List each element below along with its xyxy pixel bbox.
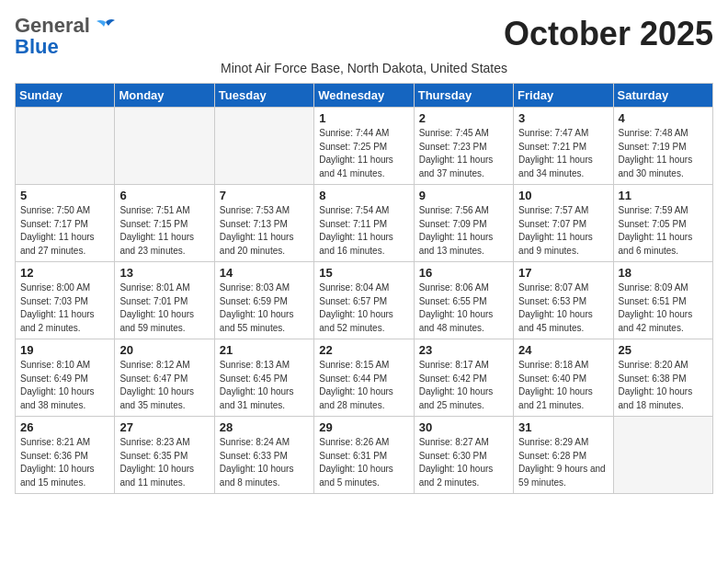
day-number: 16 bbox=[419, 266, 508, 280]
day-info: Sunrise: 8:13 AMSunset: 6:45 PMDaylight:… bbox=[220, 359, 309, 412]
day-info: Sunrise: 8:21 AMSunset: 6:36 PMDaylight:… bbox=[20, 436, 109, 489]
logo-general: General bbox=[15, 14, 90, 37]
day-number: 11 bbox=[619, 189, 708, 202]
calendar-cell: 10Sunrise: 7:57 AMSunset: 7:07 PMDayligh… bbox=[514, 185, 613, 262]
day-info: Sunrise: 7:45 AMSunset: 7:23 PMDaylight:… bbox=[419, 127, 508, 180]
day-number: 9 bbox=[419, 189, 508, 202]
calendar-cell: 8Sunrise: 7:54 AMSunset: 7:11 PMDaylight… bbox=[314, 185, 414, 262]
logo-bird-icon bbox=[96, 18, 116, 35]
day-info: Sunrise: 7:54 AMSunset: 7:11 PMDaylight:… bbox=[319, 204, 408, 258]
day-info: Sunrise: 8:09 AMSunset: 6:51 PMDaylight:… bbox=[619, 282, 708, 335]
calendar-cell bbox=[613, 417, 712, 494]
day-number: 25 bbox=[619, 343, 708, 357]
calendar-cell: 3Sunrise: 7:47 AMSunset: 7:21 PMDaylight… bbox=[514, 108, 613, 185]
day-info: Sunrise: 8:17 AMSunset: 6:42 PMDaylight:… bbox=[419, 359, 508, 412]
day-number: 8 bbox=[319, 189, 408, 202]
page-header: General Blue October 2025 bbox=[15, 15, 713, 57]
day-info: Sunrise: 8:23 AMSunset: 6:35 PMDaylight:… bbox=[119, 436, 209, 489]
calendar-cell: 26Sunrise: 8:21 AMSunset: 6:36 PMDayligh… bbox=[16, 417, 115, 494]
day-number: 2 bbox=[419, 111, 508, 125]
weekday-header: Monday bbox=[115, 84, 214, 108]
day-number: 30 bbox=[419, 420, 508, 434]
calendar-cell: 15Sunrise: 8:04 AMSunset: 6:57 PMDayligh… bbox=[314, 262, 414, 339]
month-title: October 2025 bbox=[504, 15, 713, 53]
calendar-cell: 9Sunrise: 7:56 AMSunset: 7:09 PMDaylight… bbox=[414, 185, 513, 262]
day-number: 3 bbox=[518, 111, 608, 125]
calendar-cell: 11Sunrise: 7:59 AMSunset: 7:05 PMDayligh… bbox=[613, 185, 712, 262]
calendar-table: SundayMondayTuesdayWednesdayThursdayFrid… bbox=[15, 83, 713, 494]
day-info: Sunrise: 8:01 AMSunset: 7:01 PMDaylight:… bbox=[119, 282, 209, 335]
calendar-cell: 31Sunrise: 8:29 AMSunset: 6:28 PMDayligh… bbox=[514, 417, 613, 494]
calendar-header-row: SundayMondayTuesdayWednesdayThursdayFrid… bbox=[16, 84, 713, 108]
calendar-cell: 7Sunrise: 7:53 AMSunset: 7:13 PMDaylight… bbox=[214, 185, 313, 262]
day-number: 18 bbox=[619, 266, 708, 280]
day-info: Sunrise: 7:47 AMSunset: 7:21 PMDaylight:… bbox=[518, 127, 608, 180]
day-number: 4 bbox=[619, 111, 708, 125]
calendar-week-row: 5Sunrise: 7:50 AMSunset: 7:17 PMDaylight… bbox=[16, 185, 713, 262]
day-info: Sunrise: 7:57 AMSunset: 7:07 PMDaylight:… bbox=[518, 204, 608, 258]
calendar-cell: 23Sunrise: 8:17 AMSunset: 6:42 PMDayligh… bbox=[414, 339, 513, 417]
calendar-cell bbox=[214, 108, 313, 185]
calendar-cell: 28Sunrise: 8:24 AMSunset: 6:33 PMDayligh… bbox=[214, 417, 313, 494]
calendar-cell: 27Sunrise: 8:23 AMSunset: 6:35 PMDayligh… bbox=[115, 417, 214, 494]
day-info: Sunrise: 7:56 AMSunset: 7:09 PMDaylight:… bbox=[419, 204, 508, 258]
subtitle: Minot Air Force Base, North Dakota, Unit… bbox=[15, 61, 713, 75]
calendar-cell: 29Sunrise: 8:26 AMSunset: 6:31 PMDayligh… bbox=[314, 417, 414, 494]
day-info: Sunrise: 8:15 AMSunset: 6:44 PMDaylight:… bbox=[319, 359, 408, 412]
day-number: 26 bbox=[20, 420, 109, 434]
day-info: Sunrise: 8:07 AMSunset: 6:53 PMDaylight:… bbox=[518, 282, 608, 335]
calendar-cell bbox=[115, 108, 214, 185]
day-info: Sunrise: 7:50 AMSunset: 7:17 PMDaylight:… bbox=[20, 204, 109, 258]
weekday-header: Friday bbox=[514, 84, 613, 108]
day-info: Sunrise: 7:59 AMSunset: 7:05 PMDaylight:… bbox=[619, 204, 708, 258]
day-info: Sunrise: 7:48 AMSunset: 7:19 PMDaylight:… bbox=[619, 127, 708, 180]
weekday-header: Tuesday bbox=[214, 84, 313, 108]
calendar-cell: 6Sunrise: 7:51 AMSunset: 7:15 PMDaylight… bbox=[115, 185, 214, 262]
calendar-cell: 13Sunrise: 8:01 AMSunset: 7:01 PMDayligh… bbox=[115, 262, 214, 339]
day-number: 23 bbox=[419, 343, 508, 357]
day-number: 24 bbox=[518, 343, 608, 357]
calendar-cell: 19Sunrise: 8:10 AMSunset: 6:49 PMDayligh… bbox=[16, 339, 115, 417]
day-info: Sunrise: 8:06 AMSunset: 6:55 PMDaylight:… bbox=[419, 282, 508, 335]
day-number: 12 bbox=[20, 266, 109, 280]
calendar-cell: 30Sunrise: 8:27 AMSunset: 6:30 PMDayligh… bbox=[414, 417, 513, 494]
day-info: Sunrise: 8:10 AMSunset: 6:49 PMDaylight:… bbox=[20, 359, 109, 412]
day-number: 17 bbox=[518, 266, 608, 280]
calendar-cell: 14Sunrise: 8:03 AMSunset: 6:59 PMDayligh… bbox=[214, 262, 313, 339]
calendar-cell: 21Sunrise: 8:13 AMSunset: 6:45 PMDayligh… bbox=[214, 339, 313, 417]
day-number: 20 bbox=[119, 343, 209, 357]
day-info: Sunrise: 7:53 AMSunset: 7:13 PMDaylight:… bbox=[220, 204, 309, 258]
calendar-cell bbox=[16, 108, 115, 185]
day-number: 13 bbox=[119, 266, 209, 280]
day-info: Sunrise: 8:26 AMSunset: 6:31 PMDaylight:… bbox=[319, 436, 408, 489]
logo: General Blue bbox=[15, 15, 116, 57]
day-number: 6 bbox=[119, 189, 209, 202]
calendar-week-row: 26Sunrise: 8:21 AMSunset: 6:36 PMDayligh… bbox=[16, 417, 713, 494]
calendar-cell: 18Sunrise: 8:09 AMSunset: 6:51 PMDayligh… bbox=[613, 262, 712, 339]
day-info: Sunrise: 8:24 AMSunset: 6:33 PMDaylight:… bbox=[220, 436, 309, 489]
calendar-cell: 25Sunrise: 8:20 AMSunset: 6:38 PMDayligh… bbox=[613, 339, 712, 417]
day-number: 5 bbox=[20, 189, 109, 202]
calendar-cell: 4Sunrise: 7:48 AMSunset: 7:19 PMDaylight… bbox=[613, 108, 712, 185]
calendar-cell: 5Sunrise: 7:50 AMSunset: 7:17 PMDaylight… bbox=[16, 185, 115, 262]
weekday-header: Wednesday bbox=[314, 84, 414, 108]
day-number: 1 bbox=[319, 111, 408, 125]
calendar-cell: 20Sunrise: 8:12 AMSunset: 6:47 PMDayligh… bbox=[115, 339, 214, 417]
day-number: 22 bbox=[319, 343, 408, 357]
calendar-cell: 1Sunrise: 7:44 AMSunset: 7:25 PMDaylight… bbox=[314, 108, 414, 185]
day-info: Sunrise: 8:27 AMSunset: 6:30 PMDaylight:… bbox=[419, 436, 508, 489]
day-info: Sunrise: 8:20 AMSunset: 6:38 PMDaylight:… bbox=[619, 359, 708, 412]
day-number: 19 bbox=[20, 343, 109, 357]
day-number: 27 bbox=[119, 420, 209, 434]
calendar-cell: 17Sunrise: 8:07 AMSunset: 6:53 PMDayligh… bbox=[514, 262, 613, 339]
day-info: Sunrise: 8:18 AMSunset: 6:40 PMDaylight:… bbox=[518, 359, 608, 412]
day-number: 10 bbox=[518, 189, 608, 202]
day-info: Sunrise: 7:44 AMSunset: 7:25 PMDaylight:… bbox=[319, 127, 408, 180]
calendar-cell: 2Sunrise: 7:45 AMSunset: 7:23 PMDaylight… bbox=[414, 108, 513, 185]
day-info: Sunrise: 8:03 AMSunset: 6:59 PMDaylight:… bbox=[220, 282, 309, 335]
calendar-week-row: 19Sunrise: 8:10 AMSunset: 6:49 PMDayligh… bbox=[16, 339, 713, 417]
logo-blue: Blue bbox=[15, 37, 59, 57]
day-info: Sunrise: 7:51 AMSunset: 7:15 PMDaylight:… bbox=[119, 204, 209, 258]
day-number: 21 bbox=[220, 343, 309, 357]
weekday-header: Sunday bbox=[16, 84, 115, 108]
